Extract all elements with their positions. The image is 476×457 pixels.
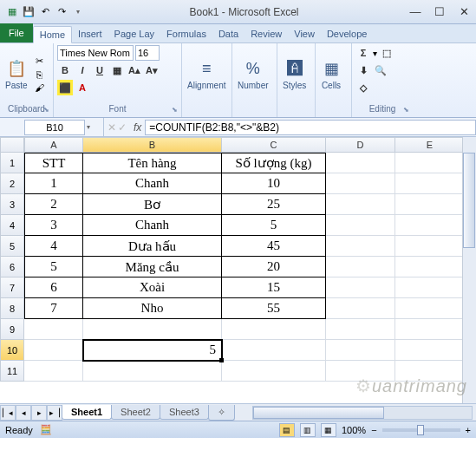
cell[interactable] — [395, 257, 465, 277]
cell[interactable]: 25 — [222, 194, 326, 215]
cell[interactable] — [395, 215, 465, 236]
row-header[interactable]: 6 — [0, 257, 24, 277]
redo-icon[interactable]: ↷ — [55, 5, 68, 19]
active-cell[interactable]: 5 — [83, 340, 222, 361]
sheet-tab-1[interactable]: Sheet1 — [62, 405, 112, 420]
styles-button[interactable]: 🅰Styles — [281, 56, 308, 92]
cell[interactable]: 55 — [222, 298, 326, 319]
cell[interactable]: Xoài — [83, 277, 222, 298]
row-header[interactable]: 8 — [0, 298, 24, 319]
row-header[interactable]: 10 — [0, 340, 24, 361]
cell[interactable] — [395, 340, 465, 361]
shrink-font-button[interactable]: A▾ — [144, 62, 160, 78]
find-button[interactable]: 🔍 — [373, 62, 388, 78]
row-header[interactable]: 7 — [0, 277, 24, 298]
cell[interactable]: 2 — [24, 194, 83, 215]
cell[interactable]: 4 — [24, 236, 83, 257]
cell[interactable]: Măng cầu — [83, 257, 222, 277]
clear-button[interactable]: ◇ — [355, 80, 371, 95]
view-pagebreak-button[interactable]: ▦ — [321, 423, 336, 437]
zoom-slider[interactable] — [382, 428, 460, 432]
fill-button[interactable]: ⬇ — [355, 62, 371, 78]
cell[interactable] — [83, 361, 222, 382]
cell[interactable] — [326, 277, 395, 298]
cell[interactable]: 3 — [24, 215, 83, 236]
row-header[interactable]: 3 — [0, 194, 24, 215]
paste-button[interactable]: 📋 Paste — [3, 56, 29, 92]
tab-home[interactable]: Home — [33, 26, 72, 43]
sheet-nav-next[interactable]: ▸ — [31, 405, 47, 421]
cell[interactable]: Chanh — [83, 173, 222, 194]
cell[interactable]: 10 — [222, 173, 326, 194]
cell[interactable] — [326, 319, 395, 340]
cell[interactable] — [222, 340, 326, 361]
cell[interactable]: STT — [24, 153, 83, 173]
cell[interactable] — [326, 340, 395, 361]
tab-insert[interactable]: Insert — [72, 25, 108, 42]
minimize-button[interactable]: — — [403, 3, 427, 21]
cell[interactable] — [326, 257, 395, 277]
zoom-thumb[interactable] — [417, 425, 424, 435]
font-size-combo[interactable]: 16 — [135, 45, 160, 61]
cancel-formula-icon[interactable]: ✕ — [108, 121, 116, 134]
tab-developer[interactable]: Develope — [321, 25, 373, 42]
close-button[interactable]: ✕ — [452, 3, 476, 21]
cells-button[interactable]: ▦Cells — [319, 56, 343, 92]
col-header-e[interactable]: E — [395, 137, 465, 153]
sort-filter-button[interactable]: ⬚ — [379, 45, 394, 61]
file-tab[interactable]: File — [0, 23, 33, 42]
col-header-b[interactable]: B — [83, 137, 222, 153]
italic-button[interactable]: I — [75, 62, 90, 78]
fill-color-button[interactable]: ⬛ — [57, 80, 73, 95]
sheet-nav-last[interactable]: ▸▕ — [47, 405, 62, 421]
cell[interactable] — [326, 298, 395, 319]
cell[interactable]: Chanh — [83, 215, 222, 236]
cell[interactable]: 20 — [222, 257, 326, 277]
cell[interactable]: Dưa hấu — [83, 236, 222, 257]
row-header[interactable]: 4 — [0, 215, 24, 236]
name-box[interactable]: B10 — [24, 120, 85, 135]
enter-formula-icon[interactable]: ✓ — [118, 121, 127, 134]
cell[interactable] — [24, 361, 83, 382]
maximize-button[interactable]: ☐ — [427, 3, 452, 21]
cell[interactable]: Tên hàng — [83, 153, 222, 173]
cell[interactable] — [326, 173, 395, 194]
tab-pagelayout[interactable]: Page Lay — [108, 25, 160, 42]
cell[interactable] — [326, 153, 395, 173]
row-header[interactable]: 1 — [0, 153, 24, 173]
number-button[interactable]: %Number — [236, 56, 271, 92]
tab-formulas[interactable]: Formulas — [160, 25, 212, 42]
cell[interactable] — [326, 215, 395, 236]
new-sheet-button[interactable]: ✧ — [208, 405, 235, 421]
cell[interactable]: 6 — [24, 277, 83, 298]
alignment-button[interactable]: ≡Alignment — [186, 56, 227, 92]
font-name-combo[interactable]: Times New Rom — [57, 45, 134, 61]
vscroll-thumb[interactable] — [463, 153, 475, 248]
cell[interactable]: Số lượng (kg) — [222, 153, 326, 173]
cell[interactable] — [395, 173, 465, 194]
macro-icon[interactable]: 🧮 — [40, 424, 52, 435]
cell[interactable]: Nho — [83, 298, 222, 319]
sheet-nav-prev[interactable]: ◂ — [16, 405, 31, 421]
col-header-c[interactable]: C — [222, 137, 326, 153]
hscroll-thumb[interactable] — [253, 407, 384, 419]
cell[interactable]: 5 — [24, 257, 83, 277]
qat-dropdown-icon[interactable]: ▾ — [71, 5, 85, 19]
save-icon[interactable]: 💾 — [22, 5, 36, 19]
underline-button[interactable]: U — [92, 62, 108, 78]
col-header-a[interactable]: A — [24, 137, 83, 153]
fx-icon[interactable]: fx — [130, 121, 145, 134]
cell[interactable] — [222, 319, 326, 340]
cell[interactable]: 5 — [222, 215, 326, 236]
tab-data[interactable]: Data — [212, 25, 245, 42]
cell[interactable] — [395, 361, 465, 382]
undo-icon[interactable]: ↶ — [38, 5, 52, 19]
bold-button[interactable]: B — [57, 62, 73, 78]
sheet-tab-3[interactable]: Sheet3 — [160, 405, 209, 420]
cell[interactable] — [222, 361, 326, 382]
vertical-scrollbar[interactable] — [462, 137, 476, 415]
cell[interactable] — [395, 298, 465, 319]
row-header[interactable]: 2 — [0, 173, 24, 194]
select-all-corner[interactable] — [0, 137, 24, 153]
view-normal-button[interactable]: ▤ — [279, 423, 295, 437]
